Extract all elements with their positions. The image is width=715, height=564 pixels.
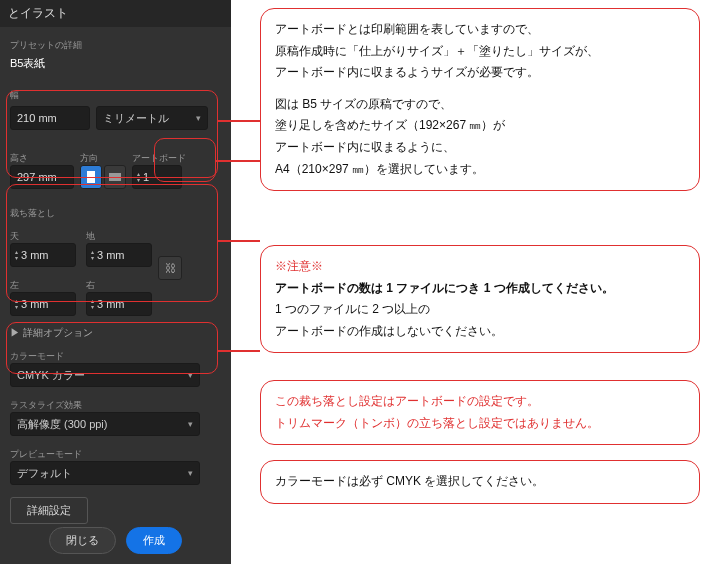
callout-artboard-count: ※注意※ アートボードの数は 1 ファイルにつき 1 つ作成してください。 1 …	[260, 245, 700, 353]
link-bleed-button[interactable]: ⛓	[158, 256, 182, 280]
orientation-label: 方向	[80, 152, 126, 165]
more-settings-button[interactable]: 詳細設定	[10, 497, 88, 524]
preview-select[interactable]: デフォルト ▾	[10, 461, 200, 485]
colormode-value: CMYK カラー	[17, 368, 85, 383]
width-label: 幅	[10, 89, 221, 102]
preview-value: デフォルト	[17, 466, 72, 481]
orientation-portrait-button[interactable]	[80, 165, 102, 189]
height-label: 高さ	[10, 152, 74, 165]
chevron-down-icon: ▾	[196, 113, 201, 123]
panel-title: とイラスト	[0, 0, 231, 27]
bleed-bottom-input[interactable]: ▴▾ 3 mm	[86, 243, 152, 267]
bleed-top-label: 天	[10, 230, 76, 243]
orientation-landscape-button[interactable]	[104, 165, 126, 189]
link-icon: ⛓	[165, 262, 176, 274]
colormode-label: カラーモード	[10, 350, 221, 363]
width-input[interactable]	[10, 106, 90, 130]
raster-select[interactable]: 高解像度 (300 ppi) ▾	[10, 412, 200, 436]
bleed-right-label: 右	[86, 279, 152, 292]
chevron-down-icon: ▾	[188, 419, 193, 429]
bleed-left-input[interactable]: ▴▾ 3 mm	[10, 292, 76, 316]
artboard-count-stepper[interactable]: ▴▾ 1	[132, 165, 182, 189]
bleed-bottom-label: 地	[86, 230, 152, 243]
unit-select[interactable]: ミリメートル ▾	[96, 106, 208, 130]
preview-label: プレビューモード	[10, 448, 221, 461]
callout-artboard-size: アートボードとは印刷範囲を表していますので、 原稿作成時に「仕上がりサイズ」＋「…	[260, 8, 700, 191]
portrait-icon	[87, 171, 95, 183]
callout-colormode: カラーモードは必ず CMYK を選択してください。	[260, 460, 700, 504]
advanced-options-toggle[interactable]: ▶ 詳細オプション	[0, 322, 231, 344]
chevron-down-icon: ▾	[188, 468, 193, 478]
callout-bleed-note: この裁ち落とし設定はアートボードの設定です。 トリムマーク（トンボ）の立ち落とし…	[260, 380, 700, 445]
chevron-down-icon: ▾	[137, 177, 140, 183]
bleed-label: 裁ち落とし	[10, 207, 221, 220]
create-button[interactable]: 作成	[126, 527, 182, 554]
landscape-icon	[109, 173, 121, 181]
colormode-select[interactable]: CMYK カラー ▾	[10, 363, 200, 387]
chevron-down-icon: ▾	[188, 370, 193, 380]
close-button[interactable]: 閉じる	[49, 527, 116, 554]
new-document-panel: とイラスト プリセットの詳細 B5表紙 幅 ミリメートル ▾ 高さ 方向	[0, 0, 231, 564]
unit-value: ミリメートル	[103, 111, 169, 126]
bleed-top-input[interactable]: ▴▾ 3 mm	[10, 243, 76, 267]
preset-name: B5表紙	[10, 56, 221, 71]
artboard-label: アートボード	[132, 152, 186, 165]
bleed-right-input[interactable]: ▴▾ 3 mm	[86, 292, 152, 316]
raster-value: 高解像度 (300 ppi)	[17, 417, 107, 432]
artboard-count-value: 1	[143, 171, 149, 183]
preset-details-label: プリセットの詳細	[10, 39, 221, 52]
bleed-left-label: 左	[10, 279, 76, 292]
height-input[interactable]	[10, 165, 74, 189]
raster-label: ラスタライズ効果	[10, 399, 221, 412]
